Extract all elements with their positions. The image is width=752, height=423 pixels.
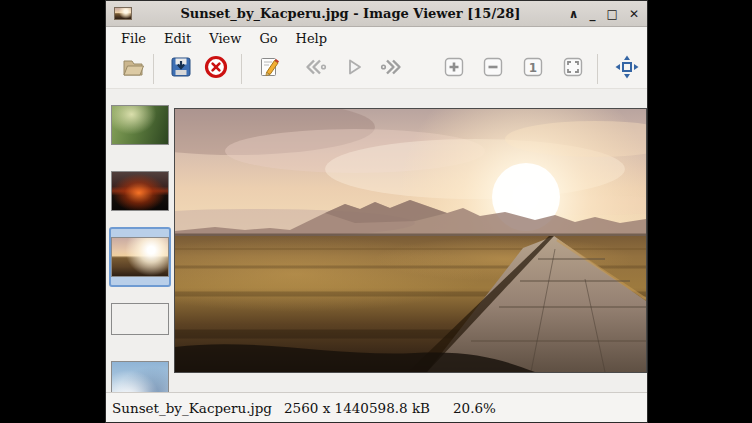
thumbnail-sidebar [106,89,173,392]
edit-icon [257,55,281,83]
play-icon [342,55,366,83]
zoom-in-icon [442,55,466,83]
image-viewport[interactable] [173,89,647,392]
delete-icon [204,55,228,83]
toolbar-separator [597,54,598,84]
save-icon [169,55,193,83]
status-dimensions: 2560 x 1440 [284,400,369,416]
status-filesize: 598.8 kB [369,400,453,416]
minimize-button[interactable]: _ [590,8,596,20]
toolbar-separator [153,54,154,84]
thumbnail-soil[interactable] [109,293,171,345]
next-icon [378,55,404,83]
thumbnail-forest[interactable] [109,95,171,155]
toolbar-separator [241,54,242,84]
thumbnail-sunset-path-image [111,237,169,277]
menu-edit[interactable]: Edit [155,29,200,48]
toolbar: 1 [106,49,647,89]
status-filename: Sunset_by_Kacperu.jpg [112,400,284,416]
menu-file[interactable]: File [112,29,155,48]
content-area [106,89,647,392]
zoom-normal-button[interactable]: 1 [517,53,549,85]
zoom-fit-button[interactable] [557,53,589,85]
fullscreen-move-icon [614,54,640,84]
shade-button[interactable]: ∧ [569,8,579,20]
displayed-photo [174,108,647,373]
thumbnail-clouds-sky-image [111,361,169,392]
titlebar: Sunset_by_Kacperu.jpg - Image Viewer [15… [106,1,647,27]
edit-button[interactable] [253,53,285,85]
play-slideshow-button[interactable] [338,53,370,85]
statusbar: Sunset_by_Kacperu.jpg 2560 x 1440 598.8 … [106,392,647,422]
thumbnail-dark-sunset-image [111,171,169,211]
sunset-scene [175,109,646,372]
window-app-icon [114,7,132,20]
window-title: Sunset_by_Kacperu.jpg - Image Viewer [15… [132,6,569,21]
zoom-in-button[interactable] [438,53,470,85]
zoom-out-icon [481,55,505,83]
zoom-normal-icon: 1 [521,55,545,83]
previous-button[interactable] [300,53,332,85]
thumbnail-clouds-sky[interactable] [109,351,171,392]
maximize-button[interactable]: □ [607,8,618,20]
previous-icon [303,55,329,83]
zoom-out-button[interactable] [477,53,509,85]
menu-go[interactable]: Go [250,29,286,48]
thumbnail-forest-image [111,105,169,145]
window-controls: ∧ _ □ ✕ [569,8,639,20]
menu-view[interactable]: View [200,29,250,48]
save-button[interactable] [165,53,197,85]
thumbnail-soil-image [111,303,169,335]
image-viewer-window: Sunset_by_Kacperu.jpg - Image Viewer [15… [105,0,648,423]
close-button[interactable]: ✕ [629,8,639,20]
menu-help[interactable]: Help [287,29,337,48]
thumbnail-dark-sunset[interactable] [109,161,171,221]
fullscreen-button[interactable] [611,53,643,85]
next-button[interactable] [375,53,407,85]
zoom-fit-icon [561,55,585,83]
open-folder-icon [121,55,145,83]
zoom-normal-glyph: 1 [529,60,537,74]
menubar: File Edit View Go Help [106,27,647,49]
open-folder-button[interactable] [117,53,149,85]
thumbnail-sunset-path-selected[interactable] [109,227,171,287]
status-zoom-level: 20.6% [453,400,496,416]
delete-button[interactable] [200,53,232,85]
